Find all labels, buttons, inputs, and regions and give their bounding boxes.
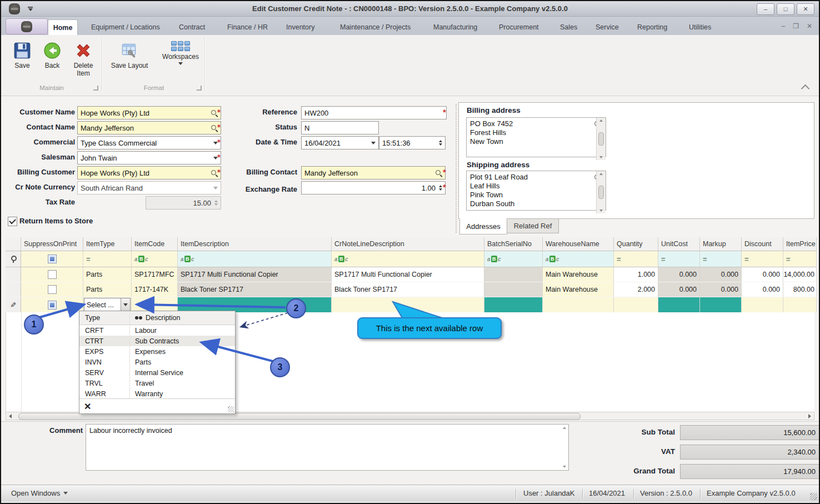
filter-discount[interactable]: =: [742, 251, 783, 267]
maximize-button[interactable]: □: [777, 3, 794, 15]
date-dropdown[interactable]: 16/04/2021: [301, 136, 379, 149]
tab-sales[interactable]: Sales: [558, 19, 579, 35]
scroll-right-icon[interactable]: [808, 414, 811, 418]
scroll-down-icon[interactable]: [563, 466, 566, 468]
scroll-up-icon[interactable]: [563, 427, 566, 429]
popup-description-header[interactable]: Description: [146, 314, 181, 322]
table-row[interactable]: Parts SP1717MFC SP1717 Multi Functional …: [6, 267, 817, 282]
comment-textarea[interactable]: Labour incorrectly invoiced: [86, 424, 569, 471]
column-header-discount[interactable]: Discount: [742, 237, 783, 251]
suppress-checkbox[interactable]: [48, 301, 57, 310]
filter-suppressonprint[interactable]: [21, 251, 83, 267]
open-windows-button[interactable]: Open Windows: [11, 489, 68, 497]
column-header-itemdescription[interactable]: ItemDescription: [178, 237, 332, 251]
column-header-warehousename[interactable]: WarehouseName: [543, 237, 614, 251]
search-icon[interactable]: [435, 169, 442, 177]
tab-home[interactable]: Home: [48, 19, 78, 35]
itemtype-select-combo[interactable]: Select ...: [84, 298, 131, 312]
splitter-handle[interactable]: [456, 104, 457, 233]
column-header-batchserialno[interactable]: BatchSerialNo: [484, 237, 543, 251]
filter-itemdescription[interactable]: aBc: [178, 251, 332, 267]
shipping-address-scrollbar[interactable]: [596, 171, 606, 213]
time-spinner[interactable]: 15:51:36: [379, 136, 446, 149]
filter-pin-icon[interactable]: [11, 256, 16, 263]
filter-itemtype[interactable]: =: [83, 251, 132, 267]
tab-service[interactable]: Service: [593, 19, 621, 35]
status-field[interactable]: N: [301, 121, 379, 134]
save-layout-button[interactable]: Save Layout: [108, 41, 151, 69]
column-header-itemprice[interactable]: ItemPrice: [783, 237, 817, 251]
tab-inventory[interactable]: Inventory: [284, 19, 317, 35]
list-item[interactable]: CRFTLabour: [79, 325, 235, 336]
column-header-quantity[interactable]: Quantity: [614, 237, 658, 251]
filter-itemprice[interactable]: =: [783, 251, 817, 267]
salesman-dropdown[interactable]: John Twain: [77, 151, 221, 164]
list-item[interactable]: CTRTSub Contracts: [79, 336, 235, 346]
suppress-checkbox[interactable]: [48, 285, 57, 294]
filter-itemcode[interactable]: aBc: [132, 251, 178, 267]
filter-markup[interactable]: =: [700, 251, 742, 267]
filter-batchserialno[interactable]: aBc: [484, 251, 543, 267]
return-items-checkbox[interactable]: [8, 217, 17, 226]
list-item[interactable]: INVNParts: [79, 357, 235, 367]
tab-procurement[interactable]: Procurement: [497, 19, 541, 35]
shipping-address-box[interactable]: Plot 91 Leaf Road Leaf Hills Pink Town D…: [466, 171, 606, 211]
tab-maintenance-projects[interactable]: Maintenance / Projects: [338, 19, 413, 35]
workspaces-button[interactable]: Workspaces: [159, 41, 202, 65]
minimize-button[interactable]: –: [757, 3, 774, 15]
column-header-unitcost[interactable]: UnitCost: [658, 237, 700, 251]
maintain-dialog-launcher-icon[interactable]: [93, 86, 98, 91]
clear-filter-icon[interactable]: ✕: [84, 401, 91, 412]
combo-dropdown-button[interactable]: [121, 298, 130, 312]
close-button[interactable]: ✕: [797, 3, 814, 15]
list-item[interactable]: EXPSExpenses: [79, 346, 235, 357]
column-header-suppressonprint[interactable]: SuppressOnPrint: [21, 237, 83, 251]
tab-addresses[interactable]: Addresses: [459, 218, 507, 234]
spinner-icon[interactable]: [439, 185, 442, 191]
popup-type-header[interactable]: Type: [79, 314, 129, 322]
grid-new-row[interactable]: ✎ Select ...: [6, 297, 817, 312]
tab-utilities[interactable]: Utilities: [687, 19, 713, 35]
application-menu-button[interactable]: [6, 18, 48, 34]
list-item[interactable]: TRVLTravel: [79, 378, 235, 388]
list-item[interactable]: SERVInternal Service: [79, 367, 235, 378]
tab-manufacturing[interactable]: Manufacturing: [431, 19, 479, 35]
scroll-left-icon[interactable]: [9, 414, 12, 418]
mdi-close-icon[interactable]: ✕: [807, 22, 812, 30]
tab-related-ref[interactable]: Related Ref: [507, 218, 559, 233]
billing-address-scrollbar[interactable]: [596, 118, 606, 160]
billing-contact-field[interactable]: Mandy Jefferson: [301, 166, 446, 179]
delete-item-button[interactable]: Delete Item: [69, 41, 98, 77]
column-header-itemtype[interactable]: ItemType: [83, 237, 132, 251]
exchange-rate-field[interactable]: 1.00: [301, 181, 446, 194]
commercial-dropdown[interactable]: Type Class Commercial: [77, 136, 221, 149]
itemtype-popup: Type Description CRFTLabour CTRTSub Cont…: [79, 311, 236, 414]
spinner-icon[interactable]: [439, 140, 442, 146]
tab-contract[interactable]: Contract: [177, 19, 207, 35]
format-dialog-launcher-icon[interactable]: [197, 86, 202, 91]
list-item[interactable]: WARRWarranty: [79, 388, 235, 399]
tab-equipment-locations[interactable]: Equipment / Locations: [89, 19, 162, 35]
filter-quantity[interactable]: =: [614, 251, 658, 267]
filter-crnotelinedescription[interactable]: aBc: [332, 251, 484, 267]
popup-resize-grip[interactable]: [228, 406, 234, 412]
column-header-crnotelinedescription[interactable]: CrNoteLineDescription: [332, 237, 484, 251]
billing-customer-field[interactable]: Hope Works (Pty) Ltd: [77, 166, 221, 179]
table-row[interactable]: Parts 1717-147K Black Toner SP1717 Black…: [6, 282, 817, 297]
customer-name-field[interactable]: Hope Works (Pty) Ltd: [77, 106, 221, 119]
column-header-markup[interactable]: Markup: [700, 237, 742, 251]
column-header-itemcode[interactable]: ItemCode: [132, 237, 178, 251]
filter-unitcost[interactable]: =: [658, 251, 700, 267]
mdi-minimize-icon[interactable]: –: [781, 22, 785, 30]
tab-reporting[interactable]: Reporting: [635, 19, 669, 35]
contact-name-field[interactable]: Mandy Jefferson: [77, 121, 221, 134]
suppress-checkbox[interactable]: [48, 270, 57, 279]
mdi-restore-icon[interactable]: ❐: [793, 22, 799, 30]
resize-grip[interactable]: [810, 493, 817, 500]
save-button[interactable]: Save: [10, 41, 34, 69]
billing-address-box[interactable]: PO Box 7452 Forest Hills New Town: [466, 117, 606, 157]
back-button[interactable]: Back: [40, 41, 64, 69]
reference-field[interactable]: HW200: [301, 106, 447, 119]
tab-finance-hr[interactable]: Finance / HR: [225, 19, 270, 35]
filter-warehousename[interactable]: aBc: [543, 251, 614, 267]
